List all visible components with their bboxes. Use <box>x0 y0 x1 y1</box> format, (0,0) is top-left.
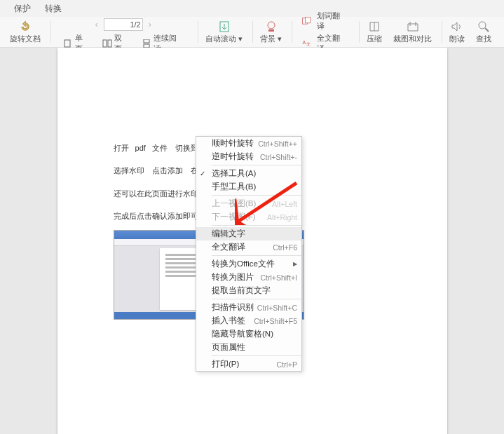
context-menu-item-label: 手型工具(B) <box>212 182 256 192</box>
crop-compare-label: 裁图和对比 <box>393 34 432 44</box>
context-menu-item-label: 打印(P) <box>212 359 239 369</box>
compress-icon <box>367 20 381 33</box>
context-menu-item[interactable]: 编辑文字 <box>196 227 301 240</box>
context-menu-item[interactable]: 转换为图片Ctrl+Shift+I <box>196 271 301 284</box>
context-menu-item-label: 转换为图片 <box>212 272 254 283</box>
context-menu-item[interactable]: 顺时针旋转Ctrl+Shift++ <box>196 137 301 150</box>
context-menu-item-label: 转换为Office文件 <box>212 259 275 269</box>
compress-label: 压缩 <box>367 34 382 44</box>
context-menu-item-label: 扫描件识别 <box>212 302 254 313</box>
background-button[interactable]: 背景 ▾ <box>260 20 282 44</box>
prev-page-button[interactable]: ‹ <box>93 20 101 29</box>
context-menu-item-label: 编辑文字 <box>212 229 245 239</box>
background-icon <box>264 20 278 33</box>
context-menu-item[interactable]: 转换为Office文件▶ <box>196 257 301 271</box>
context-menu-item-label: 页面属性 <box>212 342 245 353</box>
read-aloud-label: 朗读 <box>449 34 465 44</box>
context-menu-item-label: 顺时针旋转 <box>212 138 254 149</box>
context-menu-shortcut: Ctrl+P <box>277 360 297 369</box>
highlight-translate-icon <box>299 15 313 27</box>
svg-text:文: 文 <box>306 41 311 46</box>
context-menu-item[interactable]: 插入书签Ctrl+Shift+F5 <box>196 314 301 327</box>
svg-point-12 <box>479 22 486 29</box>
context-menu-separator <box>212 225 301 226</box>
auto-scroll-icon <box>217 20 231 33</box>
context-menu-item[interactable]: 手型工具(B) <box>196 180 301 194</box>
context-menu-separator <box>212 299 301 299</box>
context-menu-item[interactable]: 隐藏导航窗格(N) <box>196 327 301 341</box>
search-icon <box>477 20 491 33</box>
next-page-button[interactable]: › <box>146 20 154 29</box>
context-menu-separator <box>212 165 301 165</box>
background-label: 背景 ▾ <box>260 34 282 44</box>
svg-rect-0 <box>64 40 70 47</box>
context-menu-separator <box>212 255 301 256</box>
context-menu-shortcut: Ctrl+Shift+I <box>260 273 297 282</box>
svg-point-6 <box>268 22 275 29</box>
context-menu-shortcut: Ctrl+Shift++ <box>258 140 297 148</box>
context-menu-item-label: 选择工具(A) <box>212 168 256 179</box>
context-menu-item-label: 上一视图(B) <box>212 198 256 209</box>
compress-button[interactable]: 压缩 <box>367 20 382 44</box>
context-menu-item-label: 逆时针旋转 <box>212 151 254 162</box>
context-menu-item[interactable]: 页面属性 <box>196 341 301 354</box>
context-menu-item-label: 插入书签 <box>212 316 245 326</box>
context-menu-shortcut: Ctrl+Shift+C <box>257 304 297 312</box>
page-nav: ‹ › <box>93 18 154 31</box>
read-aloud-button[interactable]: 朗读 <box>449 20 465 44</box>
highlight-translate-button[interactable]: 划词翻译 <box>315 10 349 32</box>
continuous-icon <box>142 39 151 48</box>
context-menu-item: 上一视图(B)Alt+Left <box>196 197 301 210</box>
context-menu-item[interactable]: 打印(P)Ctrl+P <box>196 358 301 371</box>
context-menu-item[interactable]: 提取当前页文字 <box>196 284 301 297</box>
svg-rect-7 <box>268 29 274 32</box>
context-menu-item[interactable]: 扫描件识别Ctrl+Shift+C <box>196 301 301 314</box>
context-menu-item-label: 提取当前页文字 <box>212 285 271 296</box>
context-menu-separator <box>212 195 301 196</box>
context-menu-item[interactable]: 逆时针旋转Ctrl+Shift+- <box>196 150 301 163</box>
context-menu-item[interactable]: ✓选择工具(A) <box>196 167 301 180</box>
double-page-icon <box>102 39 112 48</box>
context-menu: 顺时针旋转Ctrl+Shift++逆时针旋转Ctrl+Shift+-✓选择工具(… <box>196 136 302 372</box>
auto-scroll-label: 自动滚动 ▾ <box>205 34 243 44</box>
context-menu-item-label: 隐藏导航窗格(N) <box>212 329 273 339</box>
context-menu-shortcut: Alt+Left <box>272 200 297 208</box>
crop-compare-icon <box>406 20 420 33</box>
context-menu-item-label: 全文翻译 <box>212 242 245 252</box>
menu-protect[interactable]: 保护 <box>7 0 38 18</box>
context-menu-item[interactable]: 全文翻译Ctrl+F6 <box>196 240 301 254</box>
svg-rect-1 <box>103 40 107 47</box>
context-menu-shortcut: Ctrl+Shift+- <box>260 153 297 161</box>
context-menu-shortcut: Alt+Right <box>267 213 297 222</box>
menubar: 保护 转换 <box>0 0 504 17</box>
page-number-input[interactable] <box>104 18 143 31</box>
speaker-icon <box>450 20 464 33</box>
rotate-button[interactable]: 旋转文档 <box>10 20 41 44</box>
svg-rect-3 <box>144 39 149 43</box>
rotate-icon <box>18 20 32 33</box>
context-menu-item-label: 下一视图(F) <box>212 212 256 222</box>
context-menu-separator <box>212 355 301 356</box>
crop-compare-button[interactable]: 裁图和对比 <box>393 20 432 44</box>
chevron-right-icon: ▶ <box>293 261 297 267</box>
toolbar: 旋转文档 ‹ › 单页 双页 连续阅读 <box>0 17 504 48</box>
context-menu-shortcut: Ctrl+Shift+F5 <box>254 317 297 325</box>
auto-scroll-button[interactable]: 自动滚动 ▾ <box>205 20 243 44</box>
svg-rect-2 <box>108 40 111 47</box>
svg-rect-9 <box>306 17 311 22</box>
check-icon: ✓ <box>200 170 205 177</box>
rotate-label: 旋转文档 <box>10 34 41 44</box>
find-button[interactable]: 查找 <box>476 20 491 44</box>
context-menu-item: 下一视图(F)Alt+Right <box>196 210 301 224</box>
svg-text:A: A <box>303 40 306 45</box>
single-page-icon <box>63 39 73 48</box>
menu-convert[interactable]: 转换 <box>38 0 69 18</box>
context-menu-shortcut: Ctrl+F6 <box>273 243 297 252</box>
find-label: 查找 <box>476 34 491 44</box>
svg-line-13 <box>485 28 489 32</box>
